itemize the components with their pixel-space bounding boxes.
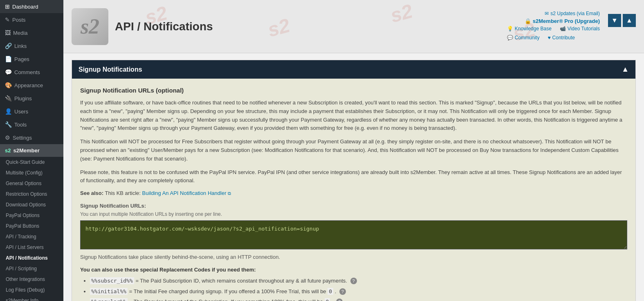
nav-arrows: ▼ ▲: [608, 14, 636, 27]
dashboard-icon: ⊞: [5, 3, 10, 10]
s2member-section-header[interactable]: s2 s2Member: [0, 144, 63, 157]
external-link-icon: ⧉: [228, 191, 231, 196]
section-title: Signup Notifications: [79, 66, 142, 73]
regular-help-link[interactable]: ?: [336, 299, 343, 301]
s2member-icon: s2: [5, 147, 11, 154]
see-also-link[interactable]: Building An API Notification Handler ⧉: [142, 190, 231, 196]
main-content: s2 s2 s2 s2 s2 API / Notifications ✉ s2 …: [63, 0, 644, 301]
page-header: s2 s2 s2 s2 s2 API / Notifications ✉ s2 …: [63, 0, 644, 53]
description-1: If you use affiliate software, or have b…: [80, 99, 627, 133]
replacement-code-subscr-id: %%subscr_id%% = The Paid Subscription ID…: [90, 276, 627, 285]
sidebar-item-general-options[interactable]: General Options: [0, 178, 63, 189]
description-2: This Notification will NOT be processed …: [80, 138, 627, 163]
replacement-code-regular: %%regular%% = The Regular Amount of the …: [90, 297, 627, 301]
sidebar-item-media[interactable]: 🖼 Media: [0, 26, 63, 39]
sidebar-item-api-tracking[interactable]: API / Tracking: [0, 231, 63, 242]
community-icon: 💬: [507, 35, 513, 41]
tools-icon: 🔧: [5, 121, 12, 128]
content-area: Signup Notifications ▲ Signup Notificati…: [63, 53, 644, 301]
users-icon: 👤: [5, 108, 12, 115]
sidebar-item-api-notifications[interactable]: API / Notifications: [0, 253, 63, 263]
sidebar-item-paypal-buttons[interactable]: PayPal Buttons: [0, 221, 63, 231]
video-tutorials-link[interactable]: 📹 Video Tutorials: [560, 26, 600, 32]
subscr-id-help-link[interactable]: ?: [350, 278, 357, 284]
plugins-icon: 🔌: [5, 95, 12, 102]
below-textarea-text: Signup Notifications take place silently…: [80, 254, 627, 260]
replacement-code-initial: %%initial%% = The Initial Fee charged du…: [90, 287, 627, 296]
sidebar-item-links[interactable]: 🔗 Links: [0, 39, 63, 52]
initial-help-link[interactable]: ?: [339, 288, 346, 295]
replacement-codes-list: %%subscr_id%% = The Paid Subscription ID…: [80, 276, 627, 301]
contribute-link[interactable]: ♥ Contribute: [548, 35, 575, 41]
sidebar-item-api-scripting[interactable]: API / Scripting: [0, 263, 63, 274]
sidebar-item-appearance[interactable]: 🎨 Appearance: [0, 79, 63, 92]
knowledge-base-link[interactable]: 💡 Knowledge Base: [507, 26, 552, 32]
posts-icon: ✎: [5, 16, 10, 23]
sidebar-item-posts[interactable]: ✎ Posts: [0, 13, 63, 26]
nav-down-button[interactable]: ▼: [608, 14, 621, 27]
header-right: ✉ s2 Updates (via Email) 🔒 s2Member® Pro…: [507, 11, 600, 42]
sidebar-item-tools[interactable]: 🔧 Tools: [0, 118, 63, 131]
upgrade-icon: 🔒: [525, 18, 531, 24]
sidebar-item-quick-start[interactable]: Quick-Start Guide: [0, 157, 63, 167]
section-header: Signup Notifications ▲: [72, 60, 635, 79]
sidebar-item-dashboard[interactable]: ⊞ Dashboard: [0, 0, 63, 13]
settings-icon: ⚙: [5, 134, 10, 141]
sidebar-item-plugins[interactable]: 🔌 Plugins: [0, 92, 63, 105]
description-3: Please note, this feature is not to be c…: [80, 168, 627, 186]
lightbulb-icon: 💡: [507, 26, 513, 32]
header-left: s2 API / Notifications: [72, 8, 213, 45]
video-icon: 📹: [560, 26, 566, 32]
sidebar-item-paypal-options[interactable]: PayPal Options: [0, 210, 63, 221]
sidebar-item-pages[interactable]: 📄 Pages: [0, 52, 63, 66]
header-links-row-2: 💬 Community ♥ Contribute: [507, 35, 600, 42]
sidebar-item-api-list-servers[interactable]: API / List Servers: [0, 242, 63, 253]
nav-up-button[interactable]: ▲: [623, 14, 636, 27]
sidebar: ⊞ Dashboard ✎ Posts 🖼 Media 🔗 Links 📄 Pa…: [0, 0, 63, 301]
upgrade-link[interactable]: 🔒 s2Member® Pro (Upgrade): [507, 18, 600, 24]
sidebar-item-s2member-info[interactable]: s2Member Info: [0, 295, 63, 301]
heart-icon: ♥: [548, 35, 550, 41]
sidebar-item-users[interactable]: 👤 Users: [0, 105, 63, 118]
appearance-icon: 🎨: [5, 82, 12, 88]
collapse-button[interactable]: ▲: [622, 65, 629, 74]
see-also: See also: This KB article: Building An A…: [80, 190, 627, 196]
sidebar-item-settings[interactable]: ⚙ Settings: [0, 131, 63, 144]
email-icon: ✉: [545, 11, 549, 16]
field-sublabel: You can input multiple Notification URLs…: [80, 211, 627, 217]
sidebar-item-multisite[interactable]: Multisite (Config): [0, 167, 63, 178]
replacement-title: You can also use these special Replaceme…: [80, 267, 627, 273]
links-icon: 🔗: [5, 43, 12, 49]
sidebar-item-download-options[interactable]: Download Options: [0, 199, 63, 210]
section-body: Signup Notification URLs (optional) If y…: [72, 79, 635, 301]
signup-notifications-panel: Signup Notifications ▲ Signup Notificati…: [72, 60, 636, 301]
s2-logo: s2: [72, 8, 108, 45]
notification-urls-textarea[interactable]: http://gator3104.hostgator.com/~wsksdev/…: [80, 220, 627, 249]
sidebar-item-restriction-options[interactable]: Restriction Options: [0, 189, 63, 199]
updates-link[interactable]: ✉ s2 Updates (via Email): [507, 11, 600, 16]
subsection-title: Signup Notification URLs (optional): [80, 87, 627, 94]
field-label: Signup Notification URLs:: [80, 203, 627, 209]
pages-icon: 📄: [5, 56, 12, 62]
page-title: API / Notifications: [115, 20, 213, 33]
sidebar-item-other-integrations[interactable]: Other Integrations: [0, 274, 63, 285]
comments-icon: 💬: [5, 69, 12, 75]
sidebar-item-comments[interactable]: 💬 Comments: [0, 66, 63, 79]
header-links-row: 💡 Knowledge Base 📹 Video Tutorials: [507, 26, 600, 33]
community-link[interactable]: 💬 Community: [507, 35, 540, 41]
sidebar-item-log-files[interactable]: Log Files (Debug): [0, 285, 63, 295]
media-icon: 🖼: [5, 29, 11, 36]
